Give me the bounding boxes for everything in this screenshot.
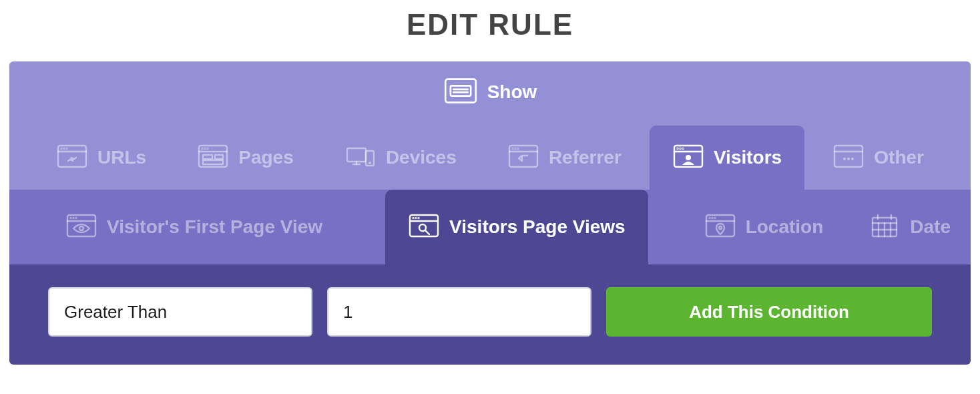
condition-row: Greater Than Add This Condition: [9, 264, 971, 365]
subtab-location[interactable]: Location: [682, 190, 846, 264]
tab-other[interactable]: Other: [810, 126, 947, 190]
threshold-input[interactable]: [343, 288, 575, 335]
svg-point-30: [680, 148, 680, 149]
svg-point-6: [61, 148, 62, 149]
tab-label: Pages: [238, 147, 294, 168]
svg-rect-33: [834, 146, 863, 167]
tab-referrer[interactable]: Referrer: [485, 126, 644, 190]
svg-point-7: [64, 148, 65, 149]
tab-label: Other: [874, 147, 924, 168]
tab-devices[interactable]: Devices: [322, 126, 479, 190]
svg-point-31: [682, 148, 683, 149]
subtab-label: Date: [910, 216, 951, 238]
subtab-first-page-view[interactable]: Visitor's First Page View: [43, 190, 345, 264]
page-title: EDIT RULE: [9, 0, 971, 61]
svg-point-43: [79, 226, 83, 230]
svg-point-35: [843, 158, 846, 160]
threshold-input-wrapper: [327, 287, 591, 337]
svg-line-50: [425, 230, 429, 234]
svg-point-53: [709, 218, 710, 218]
svg-point-37: [851, 158, 854, 160]
referrer-icon: [507, 143, 539, 172]
show-label: Show: [487, 81, 537, 103]
svg-point-47: [416, 218, 417, 218]
tab-pages[interactable]: Pages: [174, 126, 316, 190]
svg-point-21: [369, 162, 371, 164]
show-icon: [443, 76, 478, 108]
svg-rect-17: [347, 148, 366, 162]
svg-point-29: [677, 148, 678, 149]
other-icon: [832, 143, 865, 172]
svg-rect-1: [450, 85, 470, 95]
tab-label: URLs: [97, 147, 146, 168]
sub-tabs: Visitor's First Page View Visitors Page …: [9, 190, 971, 264]
primary-tabs: URLs Pages: [9, 126, 971, 190]
browser-layout-icon: [197, 143, 229, 172]
tab-urls[interactable]: URLs: [33, 126, 169, 190]
rule-panel: Show URLs: [9, 61, 971, 365]
svg-point-55: [714, 218, 715, 218]
svg-point-46: [413, 218, 414, 218]
svg-point-42: [76, 218, 77, 218]
devices-icon: [344, 143, 377, 172]
subtab-label: Location: [746, 216, 824, 238]
svg-point-8: [67, 148, 67, 149]
svg-point-26: [517, 148, 518, 149]
visitors-icon: [672, 143, 704, 172]
svg-point-11: [202, 148, 203, 149]
comparator-select[interactable]: Greater Than: [48, 287, 312, 337]
subtab-label: Visitor's First Page View: [107, 216, 322, 238]
svg-point-13: [208, 148, 208, 149]
subtab-label: Visitors Page Views: [449, 216, 626, 238]
eye-browser-icon: [65, 212, 97, 242]
svg-point-32: [686, 155, 691, 160]
svg-rect-16: [215, 155, 223, 159]
location-browser-icon: [704, 212, 736, 242]
tab-visitors[interactable]: Visitors: [650, 126, 804, 190]
add-condition-button[interactable]: Add This Condition: [606, 287, 932, 337]
show-row: Show: [9, 61, 971, 126]
svg-point-56: [719, 226, 722, 229]
svg-rect-14: [203, 155, 212, 159]
svg-point-24: [512, 148, 513, 149]
tab-label: Visitors: [714, 147, 782, 168]
svg-point-12: [205, 148, 206, 149]
svg-point-36: [847, 158, 850, 160]
svg-rect-15: [203, 160, 223, 164]
tab-label: Referrer: [549, 147, 622, 168]
svg-point-41: [73, 218, 74, 218]
svg-point-48: [419, 218, 419, 218]
svg-point-54: [712, 218, 712, 218]
svg-point-25: [515, 148, 515, 149]
calendar-icon: [869, 212, 901, 242]
tab-label: Devices: [386, 147, 457, 168]
browser-link-icon: [56, 143, 88, 172]
comparator-value: Greater Than: [64, 302, 167, 323]
svg-point-40: [71, 218, 71, 218]
search-browser-icon: [408, 212, 440, 242]
subtab-page-views[interactable]: Visitors Page Views: [385, 190, 648, 264]
subtab-date[interactable]: Date: [846, 190, 971, 264]
